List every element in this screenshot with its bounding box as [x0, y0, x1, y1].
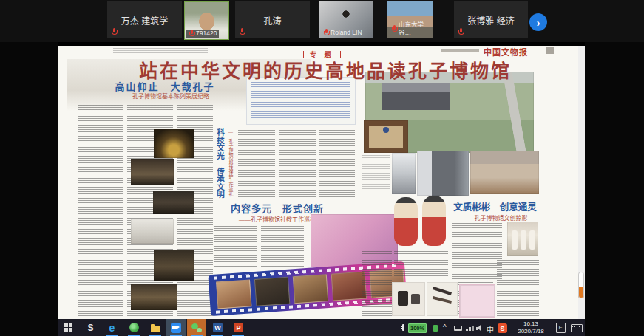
brush [433, 296, 452, 304]
plaque-seal [383, 127, 389, 133]
green-app-icon [129, 323, 139, 332]
newspaper-page: 专 题 中国文物报 站在中华文明的历史高地品读孔子博物馆 高山仰止 大哉孔子 [58, 46, 585, 319]
text-column [362, 251, 392, 316]
exhibit-case-photo [153, 191, 194, 214]
meeting-app-button[interactable] [166, 319, 186, 336]
desktop-screen: 万杰 建筑学 791420 孔涛 Roland LIN 山东大学 谷… [0, 0, 644, 336]
text-column [238, 126, 275, 198]
text-column [319, 126, 355, 198]
bottle [529, 230, 535, 250]
power-plug-icon[interactable] [402, 324, 404, 331]
text-column [279, 126, 316, 198]
device-icon[interactable] [454, 326, 462, 331]
participant-tile-video[interactable]: Roland LIN [319, 1, 373, 38]
muted-mic-icon [111, 28, 117, 36]
participant-tile-video[interactable]: 山东大学 谷… [387, 1, 433, 38]
battery-icon[interactable] [433, 325, 438, 332]
film-frame [331, 272, 367, 301]
wechat-button[interactable] [187, 319, 206, 336]
network-icon[interactable] [466, 326, 474, 331]
text-column [452, 223, 502, 279]
article-left-subtitle: ——孔子博物馆基本陈列策展纪略 [80, 92, 250, 100]
article-edu-title: 内容多元 形式创新 [211, 201, 344, 215]
confucius-mascot-figure [394, 197, 418, 246]
edge-icon: e [109, 322, 115, 334]
ink-product-photo [392, 282, 425, 316]
windows-taskbar: S e W P 100% ^ 中 S 16:13 2020/7/18 [58, 319, 585, 336]
plaque-photo [364, 120, 408, 153]
film-frame [254, 277, 290, 306]
confucius-mascot-figure [422, 196, 446, 246]
film-frame [216, 279, 251, 309]
tray-chevron-icon[interactable]: ^ [443, 323, 447, 332]
sogou-button[interactable]: S [497, 323, 508, 334]
start-button[interactable] [63, 322, 74, 333]
clock[interactable]: 16:13 2020/7/18 [512, 320, 550, 335]
powerpoint-icon: P [234, 323, 243, 332]
bottle [521, 230, 526, 250]
participant-name: Roland LIN [331, 29, 362, 37]
participant-tile[interactable]: 孔涛 [235, 1, 310, 38]
green-app-button[interactable] [129, 322, 140, 333]
participant-label: 山东大学 谷… [389, 21, 433, 37]
museum-building [382, 83, 450, 110]
participant-label: 791420 [186, 30, 219, 38]
video-camera-icon [171, 323, 181, 333]
participant-name: 791420 [196, 30, 217, 38]
text-column [261, 226, 304, 267]
bronze-photo [131, 284, 177, 310]
participant-tile[interactable]: 张博雅 经济 [454, 1, 528, 38]
windows-logo-icon [64, 323, 72, 332]
scrollbar-thumb[interactable] [578, 272, 584, 298]
clock-time: 16:13 [512, 320, 550, 328]
participant-tile-video[interactable]: 791420 [184, 1, 229, 40]
touch-keyboard-icon[interactable] [571, 324, 583, 332]
s-app-button[interactable]: S [85, 322, 96, 333]
battery-percent-badge[interactable]: 100% [408, 323, 427, 333]
speaker-icon[interactable] [476, 325, 485, 332]
text-column [497, 260, 539, 316]
main-headline: 站在中华文明的历史高地品读孔子博物馆 [118, 56, 532, 83]
muted-mic-icon [189, 30, 194, 38]
exhibit-dome-photo [154, 129, 194, 158]
folder-icon [151, 326, 160, 332]
article-creative-subtitle: ——孔子博物馆文创掠影 [445, 213, 545, 222]
participant-name: 孔涛 [235, 1, 310, 38]
lab-equipment-photo [417, 151, 469, 196]
bottles-product-photo [507, 222, 538, 256]
next-participants-button[interactable]: › [529, 13, 547, 31]
exhibit-wall-photo [131, 159, 174, 185]
wechat-icon [191, 323, 202, 333]
muted-mic-icon [323, 29, 329, 37]
pink-card-photo [459, 284, 495, 318]
brush [433, 287, 452, 295]
page-header-info [113, 48, 208, 54]
shared-screen-area: 专 题 中国文物报 站在中华文明的历史高地品读孔子博物馆 高山仰止 大哉孔子 [58, 42, 585, 319]
participant-name: 张博雅 经济 [454, 1, 528, 38]
edge-button[interactable]: e [106, 322, 118, 333]
powerpoint-button[interactable]: P [233, 322, 244, 333]
text-column [214, 226, 257, 267]
text-column [362, 155, 390, 194]
article-tech-subtitle: ——孔子博物馆科技保护工作巡礼 [228, 128, 234, 198]
participant-tile[interactable]: 万杰 建筑学 [107, 1, 182, 38]
sogou-icon: S [498, 323, 507, 333]
intro-text [251, 82, 350, 118]
notes-tray-icon[interactable] [556, 323, 566, 333]
text-column [394, 251, 448, 279]
participant-label: Roland LIN [321, 29, 365, 37]
participant-strip: 万杰 建筑学 791420 孔涛 Roland LIN 山东大学 谷… [0, 0, 644, 42]
bottle [512, 230, 518, 250]
text-column [78, 105, 123, 316]
restoration-work-photo [470, 151, 539, 194]
brush-product-photo [427, 282, 458, 316]
intro-box [246, 77, 356, 125]
muted-mic-icon [391, 25, 397, 33]
clock-date: 2020/7/18 [512, 328, 550, 335]
word-icon: W [213, 323, 223, 332]
chevron-right-icon: › [537, 16, 540, 29]
ime-indicator[interactable]: 中 [487, 323, 494, 335]
file-explorer-button[interactable] [150, 322, 161, 333]
word-button[interactable]: W [212, 322, 223, 333]
ink-stone [398, 291, 408, 306]
